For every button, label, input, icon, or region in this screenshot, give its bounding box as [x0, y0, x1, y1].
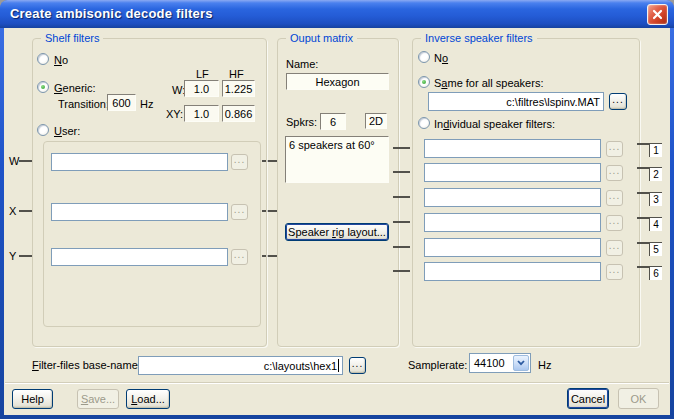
speaker-filter-6-input[interactable]: [424, 262, 601, 281]
dropdown-button[interactable]: [513, 355, 529, 371]
shelf-xy-hf-input[interactable]: 0.866: [222, 105, 255, 122]
connector-label-x: X: [9, 205, 16, 217]
samplerate-unit-label: Hz: [538, 359, 551, 371]
matrix-description-box: 6 speakers at 60°: [285, 136, 389, 183]
speaker-filter-1-browse-button: ...: [606, 141, 623, 157]
speaker-filter-2-browse-button: ...: [606, 165, 623, 181]
speaker-filter-4-browse-button: ...: [606, 215, 623, 231]
speaker-tag-4: 4: [649, 217, 662, 231]
filter-files-base-name-label: Filter-files base-name:: [32, 359, 141, 371]
same-filter-browse-button[interactable]: ...: [609, 93, 627, 110]
connector-line: [393, 221, 410, 223]
transition-label: Transition:: [58, 98, 109, 110]
samplerate-value: 44100: [470, 354, 512, 372]
samplerate-dropdown[interactable]: 44100: [469, 353, 531, 373]
speaker-filter-6-browse-button: ...: [606, 264, 623, 280]
radio-shelf-generic[interactable]: [37, 81, 49, 93]
speaker-filter-4-input[interactable]: [424, 213, 601, 232]
speaker-tag-3: 3: [649, 192, 662, 206]
connector-line: [393, 246, 410, 248]
same-filter-path-input[interactable]: c:\filtres\lspinv.MAT: [428, 92, 604, 111]
connector-line: [393, 270, 410, 272]
close-button[interactable]: [647, 4, 668, 25]
speaker-filter-3-browse-button: ...: [606, 190, 623, 206]
connector-label-y: Y: [9, 250, 16, 262]
shelf-w-hf-input[interactable]: 1.225: [222, 80, 255, 97]
user-filter-x-browse-button: ...: [231, 204, 248, 220]
radio-shelf-no-label[interactable]: No: [54, 54, 68, 66]
speaker-tag-6: 6: [649, 266, 662, 280]
help-button[interactable]: Help: [12, 389, 53, 409]
shelf-xy-lf-input[interactable]: 1.0: [184, 105, 219, 122]
group-output-matrix: Ouput matrix Name: Hexagon Spkrs: 6 2D 6…: [277, 38, 399, 347]
radio-inverse-no[interactable]: [418, 51, 430, 63]
user-filter-w-input[interactable]: [51, 153, 228, 171]
connector-line: [19, 255, 33, 257]
radio-individual-speaker-filters-label[interactable]: Individual speaker filters:: [434, 118, 555, 130]
radio-same-for-all-speakers-label[interactable]: Same for all speakers:: [434, 77, 543, 89]
transition-input[interactable]: 600: [107, 94, 136, 111]
user-filter-x-input[interactable]: [51, 203, 228, 221]
group-title-inverse-speaker-filters: Inverse speaker filters: [421, 32, 537, 44]
radio-individual-speaker-filters[interactable]: [418, 117, 430, 129]
radio-shelf-generic-label[interactable]: Generic:: [54, 82, 96, 94]
shelf-w-lf-input[interactable]: 1.0: [184, 80, 219, 97]
connector-line: [393, 147, 410, 149]
save-button: Save...: [77, 389, 119, 409]
speaker-filter-2-input[interactable]: [424, 163, 601, 182]
matrix-name-value: Hexagon: [286, 73, 389, 90]
footer-divider: [5, 382, 669, 384]
radio-shelf-user[interactable]: [37, 124, 49, 136]
user-filter-w-browse-button: ...: [231, 154, 248, 170]
shelf-row-xy-label: XY:: [166, 108, 183, 120]
speaker-filter-5-browse-button: ...: [606, 240, 623, 256]
radio-shelf-no[interactable]: [37, 53, 49, 65]
radio-inverse-no-label[interactable]: No: [434, 52, 448, 64]
filter-files-base-name-input[interactable]: c:\layouts\hex1: [138, 356, 343, 375]
speaker-tag-1: 1: [649, 143, 662, 157]
base-name-browse-button[interactable]: ...: [349, 357, 366, 374]
samplerate-label: Samplerate:: [408, 359, 467, 371]
ok-button: OK: [618, 388, 659, 409]
text-caret: [338, 359, 339, 372]
speaker-tag-2: 2: [649, 167, 662, 181]
user-filter-y-input[interactable]: [51, 248, 228, 266]
speaker-filter-5-input[interactable]: [424, 238, 601, 257]
titlebar: Create ambisonic decode filters: [0, 0, 674, 28]
matrix-dims-value: 2D: [365, 113, 387, 129]
matrix-name-label: Name:: [286, 58, 318, 70]
speaker-filter-1-input[interactable]: [424, 139, 601, 158]
matrix-spkrs-value: 6: [320, 113, 346, 130]
speaker-tag-5: 5: [649, 242, 662, 256]
connector-line: [19, 210, 33, 212]
shelf-col-lf-header: LF: [196, 68, 209, 80]
connector-label-w: W: [9, 155, 19, 167]
dialog-create-ambisonic-decode-filters: Create ambisonic decode filters W X Y Sh…: [0, 0, 674, 419]
matrix-spkrs-label: Spkrs:: [286, 116, 317, 128]
connector-line: [393, 171, 410, 173]
radio-shelf-user-label[interactable]: User:: [54, 125, 80, 137]
group-inverse-speaker-filters: Inverse speaker filters No Same for all …: [412, 38, 640, 347]
shelf-col-hf-header: HF: [229, 68, 244, 80]
close-icon: [652, 9, 663, 20]
group-title-shelf-filters: Shelf filters: [41, 32, 103, 44]
load-button[interactable]: Load...: [126, 389, 170, 409]
speaker-rig-layout-button[interactable]: Speaker rig layout...: [285, 223, 389, 241]
speaker-filter-3-input[interactable]: [424, 188, 601, 207]
chevron-down-icon: [517, 360, 525, 366]
user-filter-y-browse-button: ...: [231, 249, 248, 265]
connector-line: [19, 160, 33, 162]
window-title: Create ambisonic decode filters: [10, 6, 213, 21]
group-title-output-matrix: Ouput matrix: [286, 32, 357, 44]
cancel-button[interactable]: Cancel: [567, 388, 609, 409]
connector-line: [393, 196, 410, 198]
group-shelf-filters: Shelf filters No Generic: Transition: 60…: [32, 38, 267, 347]
transition-unit-label: Hz: [140, 98, 153, 110]
radio-same-for-all-speakers[interactable]: [418, 76, 430, 88]
